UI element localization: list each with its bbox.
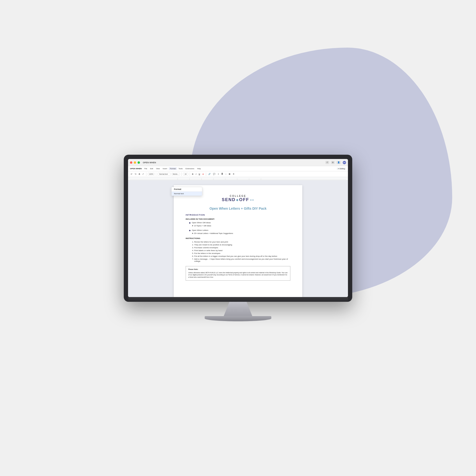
font-size[interactable]: 24 — [183, 173, 188, 175]
chrome-tab-title: OPEN WHEN — [143, 161, 156, 164]
text-color-btn[interactable]: A — [202, 173, 205, 175]
document-area: COLLEGE SEND ◆ OFF »» Open When Letters … — [128, 180, 348, 297]
instruction-2: They are meant to be positive & encourag… — [194, 244, 290, 246]
user-badge[interactable]: SH — [343, 161, 346, 164]
menu-view[interactable]: View — [155, 167, 161, 170]
sendoff-word-off: OFF — [239, 197, 249, 202]
indent-btn[interactable]: ↕ — [225, 173, 227, 175]
instruction-1: Revise the letters for your teen and pri… — [194, 241, 290, 243]
menu-tools[interactable]: Tools — [177, 167, 184, 170]
undo-btn[interactable]: ↩ — [130, 173, 133, 175]
grid-icon[interactable]: ⊞ — [331, 161, 335, 164]
format-dropdown-title: Format — [171, 187, 202, 192]
instruction-3: Purchase colorful envelopes — [194, 247, 290, 249]
list-btn[interactable]: ≣ — [221, 173, 224, 175]
doc-bullet-1: ◆ Open When Gift Ideas — [189, 221, 290, 224]
svg-text:|: | — [237, 178, 237, 180]
doc-note-text: Unless otherwise stated, BETH KUKLE LLC … — [188, 272, 288, 278]
doc-included-heading: INCLUDED IN THIS DOCUMENT: — [186, 218, 290, 220]
gdocs-toolbar: ↩ ↪ ⎙ ✓ 100% Normal text Monts... 24 B I… — [128, 171, 348, 177]
italic-btn[interactable]: I — [195, 173, 197, 175]
sendoff-word-send: SEND — [222, 197, 236, 202]
menu-file[interactable]: File — [143, 167, 148, 170]
instruction-7: Add a message... I hope these letters br… — [194, 258, 290, 262]
chrome-maximize-dot[interactable] — [137, 161, 140, 164]
monitor: OPEN WHEN ⏱ ⊞ 👤 SH OPEN WHEN File Edit V… — [124, 155, 352, 302]
ruler-svg: | | | | | | | | — [130, 178, 346, 180]
sub-bullet-1-text: ➤ 10 Topics + Gift Ideas — [192, 225, 211, 227]
toolbar-sep-3 — [181, 172, 182, 176]
bullet-1-text: Open When Gift Ideas — [192, 221, 211, 224]
chrome-minimize-dot[interactable] — [134, 161, 136, 164]
gdocs-menubar: OPEN WHEN File Edit View Insert Format T… — [128, 166, 348, 171]
svg-text:|: | — [249, 178, 249, 180]
scene-container: OPEN WHEN ⏱ ⊞ 👤 SH OPEN WHEN File Edit V… — [124, 155, 352, 321]
monitor-stand-neck — [224, 302, 252, 316]
instruction-4: Print labels or write them by hand — [194, 249, 290, 252]
svg-text:|: | — [189, 178, 190, 180]
bullet-diamond-2: ◆ — [189, 229, 191, 232]
format-option-normal[interactable]: Normal text — [171, 192, 202, 196]
link-btn[interactable]: 🔗 — [207, 173, 211, 175]
print-btn[interactable]: ⎙ — [138, 173, 141, 175]
format-dropdown: Format Normal text — [171, 187, 202, 196]
toolbar-sep-4 — [190, 172, 190, 176]
chrome-titlebar: OPEN WHEN ⏱ ⊞ 👤 SH — [128, 159, 348, 166]
bold-btn[interactable]: B — [191, 173, 194, 175]
document-page: COLLEGE SEND ◆ OFF »» Open When Letters … — [174, 185, 302, 297]
chrome-close-dot[interactable] — [130, 161, 132, 164]
doc-sub-bullet-1: ➤ 10 Topics + Gift Ideas — [192, 225, 290, 227]
bullet-2-text: Open When Letters — [192, 229, 208, 231]
ruler: | | | | | | | | — [128, 177, 348, 180]
table-btn[interactable]: ⊞ — [228, 173, 231, 175]
doc-logo-sendoff-text: SEND ◆ OFF »» — [186, 197, 290, 202]
underline-btn[interactable]: U — [198, 173, 201, 175]
history-icon[interactable]: ⏱ — [325, 161, 329, 164]
monitor-screen: OPEN WHEN ⏱ ⊞ 👤 SH OPEN WHEN File Edit V… — [128, 159, 348, 297]
bullet-diamond-1: ◆ — [189, 221, 191, 224]
chrome-right-icons: ⏱ ⊞ 👤 SH — [325, 161, 346, 164]
svg-text:|: | — [261, 178, 261, 180]
svg-text:|: | — [178, 178, 178, 180]
style-dropdown[interactable]: Normal text — [157, 173, 171, 175]
instruction-6: Put all the letters in a bigger envelope… — [194, 255, 290, 257]
toolbar-sep-1 — [146, 172, 146, 176]
doc-bullet-2: ◆ Open When Letters — [189, 229, 290, 232]
doc-note-box: Please Note: Unless otherwise stated, BE… — [186, 266, 290, 281]
doc-instructions-list: Revise the letters for your teen and pri… — [186, 241, 290, 262]
account-icon[interactable]: 👤 — [337, 161, 341, 164]
gdocs-doc-title: OPEN WHEN — [130, 168, 142, 170]
clear-format-btn[interactable]: ✕ — [232, 173, 235, 175]
doc-sub-bullet-2: ➤ 25+ Actual Letters + Additional Topic … — [192, 232, 290, 235]
zoom-dropdown[interactable]: 100% — [148, 173, 154, 175]
sub-bullet-2-text: ➤ 25+ Actual Letters + Additional Topic … — [192, 232, 233, 235]
menu-edit[interactable]: Edit — [149, 167, 154, 170]
gdocs-right-area: ✏ Editing — [337, 168, 346, 170]
monitor-chin — [128, 297, 348, 302]
sendoff-diamond: ◆ — [236, 198, 239, 202]
doc-intro-heading: INTRODUCTION — [186, 214, 290, 216]
svg-text:|: | — [225, 178, 225, 180]
doc-note-title: Please Note: — [188, 268, 288, 271]
spellcheck-btn[interactable]: ✓ — [142, 173, 145, 175]
instruction-5: Put the letters in the envelopes — [194, 252, 290, 255]
svg-text:|: | — [201, 178, 202, 180]
align-btn[interactable]: ≡ — [217, 173, 220, 175]
comment-btn[interactable]: 💬 — [212, 173, 216, 175]
font-dropdown[interactable]: Monts... — [171, 173, 180, 175]
sendoff-arrows: »» — [250, 198, 254, 202]
doc-instructions-heading: INSTRUCTIONS: — [186, 237, 290, 239]
toolbar-sep-5 — [206, 172, 206, 176]
svg-text:|: | — [213, 178, 214, 180]
menu-extensions[interactable]: Extensions — [185, 167, 196, 170]
menu-format[interactable]: Format — [169, 167, 177, 170]
editing-badge: ✏ Editing — [337, 168, 346, 170]
redo-btn[interactable]: ↪ — [134, 173, 137, 175]
monitor-stand-base — [205, 316, 271, 321]
menu-insert[interactable]: Insert — [162, 167, 169, 170]
toolbar-sep-2 — [156, 172, 156, 176]
doc-main-title: Open When Letters + Gifts DIY Pack — [186, 206, 290, 210]
menu-help[interactable]: Help — [196, 167, 202, 170]
